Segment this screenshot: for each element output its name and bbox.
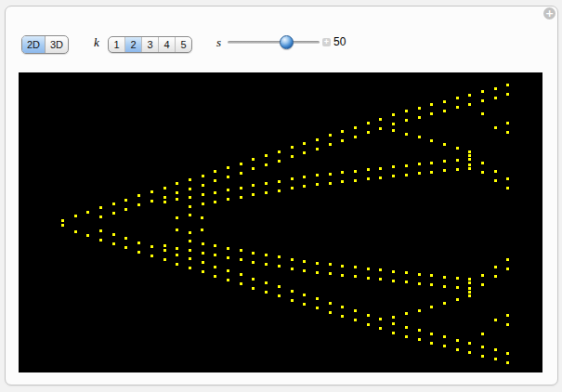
k-option-4[interactable]: 4 — [158, 37, 175, 52]
k-label: k — [94, 35, 99, 50]
k-option-3[interactable]: 3 — [141, 37, 158, 52]
expand-button[interactable]: + — [543, 7, 555, 20]
s-label: s — [216, 35, 221, 50]
view-toggle-3d[interactable]: 3D — [45, 36, 68, 53]
plus-icon: + — [324, 38, 329, 46]
k-option-5[interactable]: 5 — [175, 37, 191, 52]
s-slider-track[interactable] — [228, 41, 320, 44]
s-value: 50 — [333, 35, 346, 48]
k-option-2[interactable]: 2 — [124, 37, 141, 52]
demonstration-window: + 2D 3D k 1 2 3 4 5 s + 50 — [5, 6, 558, 385]
k-option-1[interactable]: 1 — [109, 37, 124, 52]
view-toggle: 2D 3D — [21, 35, 69, 54]
s-slider-thumb[interactable] — [280, 35, 294, 49]
fractal-plot — [19, 72, 542, 372]
view-toggle-2d[interactable]: 2D — [22, 36, 45, 53]
s-expand-button[interactable]: + — [322, 38, 331, 46]
k-setter-bar: 1 2 3 4 5 — [108, 36, 192, 53]
plus-icon: + — [545, 8, 554, 19]
